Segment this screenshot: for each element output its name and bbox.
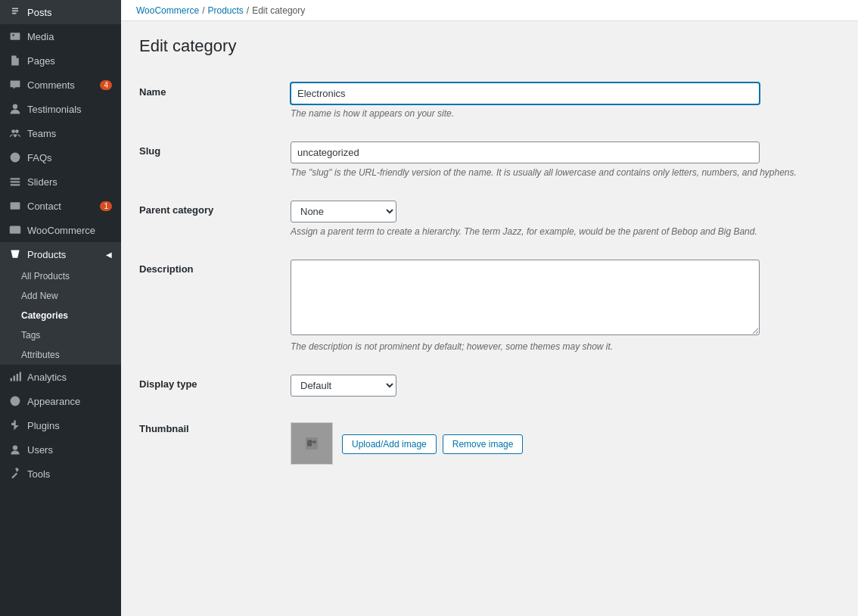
sidebar-item-label: Pages — [27, 55, 55, 67]
svg-point-2 — [13, 104, 17, 109]
description-hint: The description is not prominent by defa… — [291, 341, 840, 352]
display-type-label: Display type — [139, 378, 197, 390]
pages-icon — [9, 54, 21, 67]
sidebar-item-appearance[interactable]: Appearance — [0, 389, 121, 413]
sidebar-item-products[interactable]: Products ◀ — [0, 242, 121, 266]
sidebar-item-teams[interactable]: Teams — [0, 121, 121, 145]
description-row: Description The description is not promi… — [139, 248, 840, 363]
sidebar-item-label: Posts — [27, 7, 52, 18]
sidebar-item-testimonials[interactable]: Testimonials — [0, 97, 121, 121]
appearance-icon — [9, 395, 21, 407]
sidebar-item-faqs[interactable]: ? FAQs — [0, 145, 121, 170]
analytics-icon — [9, 371, 21, 383]
display-type-row: Display type Default Products Subcategor… — [139, 363, 840, 408]
sidebar-item-label: Analytics — [27, 372, 67, 383]
svg-rect-7 — [11, 178, 20, 179]
sidebar-item-label: Teams — [27, 128, 56, 139]
name-label: Name — [139, 86, 166, 98]
tools-icon — [9, 468, 21, 480]
contact-icon — [9, 200, 21, 212]
parent-label: Parent category — [139, 204, 213, 216]
name-input[interactable] — [291, 82, 760, 104]
thumbnail-row: Thumbnail — [139, 408, 840, 476]
sidebar-item-label: Testimonials — [27, 104, 82, 115]
sidebar-item-media[interactable]: Media — [0, 24, 121, 48]
svg-rect-9 — [11, 184, 20, 185]
svg-point-18 — [13, 445, 17, 450]
products-icon — [9, 248, 21, 260]
slug-input[interactable] — [291, 142, 760, 163]
products-arrow-icon: ◀ — [106, 250, 112, 259]
sliders-icon — [9, 176, 21, 188]
sidebar-item-plugins[interactable]: Plugins — [0, 413, 121, 437]
slug-row: Slug The "slug" is the URL-friendly vers… — [139, 130, 840, 189]
svg-text:woo: woo — [10, 227, 20, 232]
submenu-all-products[interactable]: All Products — [0, 266, 121, 286]
sidebar: Posts Media Pages Comments 4 Testimonial… — [0, 0, 121, 616]
svg-point-23 — [308, 440, 309, 442]
upload-image-button[interactable]: Upload/Add image — [342, 434, 437, 454]
sidebar-item-label: Tools — [27, 468, 50, 480]
main-content: WooCommerce / Products / Edit category E… — [121, 0, 858, 616]
parent-select[interactable]: None — [291, 201, 396, 222]
remove-image-button[interactable]: Remove image — [443, 434, 524, 454]
thumbnail-area: Upload/Add image Remove image — [291, 422, 840, 465]
submenu-tags[interactable]: Tags — [0, 325, 121, 345]
sidebar-item-pages[interactable]: Pages — [0, 48, 121, 73]
teams-icon — [9, 127, 21, 139]
thumbnail-image — [291, 422, 333, 465]
parent-hint: Assign a parent term to create a hierarc… — [291, 226, 840, 237]
breadcrumb-current: Edit category — [252, 5, 305, 16]
description-textarea[interactable] — [291, 260, 760, 335]
svg-point-3 — [11, 129, 15, 133]
sidebar-item-label: Plugins — [27, 420, 60, 431]
svg-rect-21 — [312, 441, 316, 443]
edit-category-form: Name The name is how it appears on your … — [139, 71, 840, 476]
name-hint: The name is how it appears on your site. — [291, 108, 840, 119]
thumbnail-label: Thumbnail — [139, 423, 189, 434]
sidebar-item-label: Products — [27, 249, 66, 260]
media-icon — [9, 30, 21, 42]
sidebar-item-posts[interactable]: Posts — [0, 0, 121, 24]
sidebar-item-woocommerce[interactable]: woo WooCommerce — [0, 218, 121, 242]
parent-row: Parent category None Assign a parent ter… — [139, 189, 840, 248]
sidebar-item-label: WooCommerce — [27, 225, 95, 236]
sidebar-item-label: Comments — [27, 79, 75, 91]
thumbnail-buttons: Upload/Add image Remove image — [342, 434, 523, 454]
woocommerce-icon: woo — [9, 224, 21, 236]
sidebar-item-label: Appearance — [27, 396, 80, 407]
sidebar-item-tools[interactable]: Tools — [0, 462, 121, 486]
submenu-attributes[interactable]: Attributes — [0, 345, 121, 365]
submenu-categories[interactable]: Categories — [0, 306, 121, 325]
faqs-icon: ? — [9, 151, 21, 163]
sidebar-item-label: Contact — [27, 201, 61, 212]
display-type-select[interactable]: Default Products Subcategories Both — [291, 375, 396, 397]
sidebar-item-analytics[interactable]: Analytics — [0, 365, 121, 389]
breadcrumb-woocommerce[interactable]: WooCommerce — [136, 5, 199, 16]
users-icon — [9, 443, 21, 456]
svg-point-1 — [12, 34, 14, 36]
name-row: Name The name is how it appears on your … — [139, 71, 840, 130]
comments-icon — [9, 79, 21, 91]
sidebar-item-comments[interactable]: Comments 4 — [0, 73, 121, 97]
posts-icon — [9, 6, 21, 18]
svg-rect-16 — [20, 372, 21, 381]
svg-rect-14 — [14, 375, 15, 381]
sidebar-item-users[interactable]: Users — [0, 437, 121, 462]
sidebar-item-sliders[interactable]: Sliders — [0, 170, 121, 194]
sidebar-item-label: Media — [27, 31, 54, 42]
page-title: Edit category — [139, 36, 840, 56]
contact-badge: 1 — [100, 201, 112, 211]
svg-rect-22 — [312, 443, 316, 443]
sidebar-item-label: FAQs — [27, 152, 52, 163]
breadcrumb: WooCommerce / Products / Edit category — [121, 0, 858, 21]
submenu-add-new[interactable]: Add New — [0, 286, 121, 306]
svg-rect-13 — [11, 378, 12, 381]
slug-hint: The "slug" is the URL-friendly version o… — [291, 167, 840, 178]
content-area: Edit category Name The name is how it ap… — [121, 21, 858, 491]
breadcrumb-products[interactable]: Products — [207, 5, 243, 16]
sidebar-item-contact[interactable]: Contact 1 — [0, 194, 121, 218]
sidebar-item-label: Users — [27, 444, 53, 456]
description-label: Description — [139, 263, 194, 275]
svg-rect-0 — [11, 33, 20, 40]
